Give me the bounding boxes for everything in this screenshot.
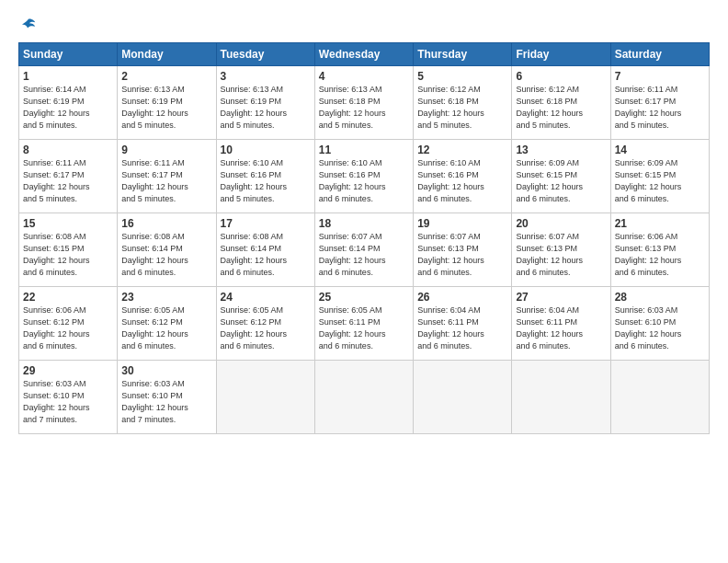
calendar-cell: 18Sunrise: 6:07 AM Sunset: 6:14 PM Dayli… xyxy=(314,213,413,287)
day-number: 10 xyxy=(221,144,311,156)
day-info: Sunrise: 6:12 AM Sunset: 6:18 PM Dayligh… xyxy=(516,84,606,132)
day-info: Sunrise: 6:08 AM Sunset: 6:14 PM Dayligh… xyxy=(121,231,211,279)
calendar-cell: 10Sunrise: 6:10 AM Sunset: 6:16 PM Dayli… xyxy=(216,140,314,213)
calendar-cell: 28Sunrise: 6:03 AM Sunset: 6:10 PM Dayli… xyxy=(610,287,709,361)
day-number: 27 xyxy=(516,291,606,304)
calendar-cell xyxy=(216,361,314,434)
day-number: 7 xyxy=(615,70,705,83)
day-info: Sunrise: 6:13 AM Sunset: 6:19 PM Dayligh… xyxy=(221,84,311,132)
weekday-header-friday: Friday xyxy=(512,43,610,66)
day-info: Sunrise: 6:10 AM Sunset: 6:16 PM Dayligh… xyxy=(319,157,409,205)
day-info: Sunrise: 6:04 AM Sunset: 6:11 PM Dayligh… xyxy=(516,304,606,352)
day-info: Sunrise: 6:14 AM Sunset: 6:19 PM Dayligh… xyxy=(23,84,113,132)
day-number: 5 xyxy=(417,70,507,83)
calendar-cell xyxy=(512,361,610,434)
day-info: Sunrise: 6:04 AM Sunset: 6:11 PM Dayligh… xyxy=(417,304,507,352)
logo-bird-icon xyxy=(20,17,37,33)
calendar-cell: 6Sunrise: 6:12 AM Sunset: 6:18 PM Daylig… xyxy=(512,66,610,140)
day-info: Sunrise: 6:03 AM Sunset: 6:10 PM Dayligh… xyxy=(615,304,705,352)
day-number: 14 xyxy=(615,144,705,156)
day-number: 25 xyxy=(319,291,409,304)
day-number: 17 xyxy=(221,217,311,230)
day-number: 18 xyxy=(319,217,409,230)
calendar-week-3: 15Sunrise: 6:08 AM Sunset: 6:15 PM Dayli… xyxy=(19,213,710,287)
day-info: Sunrise: 6:09 AM Sunset: 6:15 PM Dayligh… xyxy=(516,157,606,205)
weekday-header-wednesday: Wednesday xyxy=(314,43,413,66)
calendar-cell: 9Sunrise: 6:11 AM Sunset: 6:17 PM Daylig… xyxy=(118,140,216,213)
day-number: 29 xyxy=(23,364,113,377)
day-number: 9 xyxy=(121,144,211,156)
calendar-week-4: 22Sunrise: 6:06 AM Sunset: 6:12 PM Dayli… xyxy=(19,287,710,361)
weekday-header-thursday: Thursday xyxy=(414,43,512,66)
day-info: Sunrise: 6:07 AM Sunset: 6:14 PM Dayligh… xyxy=(319,231,409,279)
calendar-header-row: SundayMondayTuesdayWednesdayThursdayFrid… xyxy=(19,43,710,66)
day-info: Sunrise: 6:11 AM Sunset: 6:17 PM Dayligh… xyxy=(23,157,113,205)
calendar-cell xyxy=(314,361,413,434)
calendar-cell: 24Sunrise: 6:05 AM Sunset: 6:12 PM Dayli… xyxy=(216,287,314,361)
calendar-cell: 15Sunrise: 6:08 AM Sunset: 6:15 PM Dayli… xyxy=(19,213,118,287)
day-number: 20 xyxy=(516,217,606,230)
calendar-week-5: 29Sunrise: 6:03 AM Sunset: 6:10 PM Dayli… xyxy=(19,361,710,434)
day-number: 4 xyxy=(319,70,409,83)
day-number: 26 xyxy=(417,291,507,304)
calendar-cell: 16Sunrise: 6:08 AM Sunset: 6:14 PM Dayli… xyxy=(118,213,216,287)
calendar-cell xyxy=(610,361,709,434)
calendar-table: SundayMondayTuesdayWednesdayThursdayFrid… xyxy=(18,42,710,434)
day-number: 19 xyxy=(417,217,507,230)
day-number: 22 xyxy=(23,291,113,304)
day-info: Sunrise: 6:13 AM Sunset: 6:19 PM Dayligh… xyxy=(121,84,211,132)
day-number: 3 xyxy=(221,70,311,83)
day-number: 2 xyxy=(121,70,211,83)
day-number: 12 xyxy=(417,144,507,156)
logo xyxy=(18,17,37,33)
day-info: Sunrise: 6:03 AM Sunset: 6:10 PM Dayligh… xyxy=(121,378,211,426)
calendar-cell: 27Sunrise: 6:04 AM Sunset: 6:11 PM Dayli… xyxy=(512,287,610,361)
day-number: 21 xyxy=(615,217,705,230)
weekday-header-saturday: Saturday xyxy=(610,43,709,66)
calendar-cell: 26Sunrise: 6:04 AM Sunset: 6:11 PM Dayli… xyxy=(414,287,512,361)
weekday-header-tuesday: Tuesday xyxy=(216,43,314,66)
calendar-cell: 25Sunrise: 6:05 AM Sunset: 6:11 PM Dayli… xyxy=(314,287,413,361)
calendar-cell: 2Sunrise: 6:13 AM Sunset: 6:19 PM Daylig… xyxy=(118,66,216,140)
weekday-header-sunday: Sunday xyxy=(19,43,118,66)
day-info: Sunrise: 6:09 AM Sunset: 6:15 PM Dayligh… xyxy=(615,157,705,205)
page-header xyxy=(18,17,710,33)
calendar-cell: 30Sunrise: 6:03 AM Sunset: 6:10 PM Dayli… xyxy=(118,361,216,434)
day-number: 1 xyxy=(23,70,113,83)
calendar-cell: 12Sunrise: 6:10 AM Sunset: 6:16 PM Dayli… xyxy=(414,140,512,213)
calendar-cell xyxy=(414,361,512,434)
day-number: 23 xyxy=(121,291,211,304)
day-info: Sunrise: 6:05 AM Sunset: 6:11 PM Dayligh… xyxy=(319,304,409,352)
day-number: 15 xyxy=(23,217,113,230)
day-info: Sunrise: 6:07 AM Sunset: 6:13 PM Dayligh… xyxy=(417,231,507,279)
day-info: Sunrise: 6:08 AM Sunset: 6:15 PM Dayligh… xyxy=(23,231,113,279)
day-info: Sunrise: 6:11 AM Sunset: 6:17 PM Dayligh… xyxy=(121,157,211,205)
calendar-cell: 8Sunrise: 6:11 AM Sunset: 6:17 PM Daylig… xyxy=(19,140,118,213)
calendar-cell: 23Sunrise: 6:05 AM Sunset: 6:12 PM Dayli… xyxy=(118,287,216,361)
calendar-cell: 14Sunrise: 6:09 AM Sunset: 6:15 PM Dayli… xyxy=(610,140,709,213)
calendar-cell: 20Sunrise: 6:07 AM Sunset: 6:13 PM Dayli… xyxy=(512,213,610,287)
day-number: 28 xyxy=(615,291,705,304)
day-info: Sunrise: 6:05 AM Sunset: 6:12 PM Dayligh… xyxy=(221,304,311,352)
day-number: 11 xyxy=(319,144,409,156)
day-info: Sunrise: 6:03 AM Sunset: 6:10 PM Dayligh… xyxy=(23,378,113,426)
calendar-cell: 29Sunrise: 6:03 AM Sunset: 6:10 PM Dayli… xyxy=(19,361,118,434)
calendar-cell: 21Sunrise: 6:06 AM Sunset: 6:13 PM Dayli… xyxy=(610,213,709,287)
calendar-week-1: 1Sunrise: 6:14 AM Sunset: 6:19 PM Daylig… xyxy=(19,66,710,140)
calendar-cell: 19Sunrise: 6:07 AM Sunset: 6:13 PM Dayli… xyxy=(414,213,512,287)
day-info: Sunrise: 6:11 AM Sunset: 6:17 PM Dayligh… xyxy=(615,84,705,132)
calendar-cell: 13Sunrise: 6:09 AM Sunset: 6:15 PM Dayli… xyxy=(512,140,610,213)
day-number: 6 xyxy=(516,70,606,83)
day-number: 16 xyxy=(121,217,211,230)
calendar-cell: 7Sunrise: 6:11 AM Sunset: 6:17 PM Daylig… xyxy=(610,66,709,140)
day-number: 8 xyxy=(23,144,113,156)
calendar-cell: 17Sunrise: 6:08 AM Sunset: 6:14 PM Dayli… xyxy=(216,213,314,287)
day-info: Sunrise: 6:13 AM Sunset: 6:18 PM Dayligh… xyxy=(319,84,409,132)
day-info: Sunrise: 6:06 AM Sunset: 6:12 PM Dayligh… xyxy=(23,304,113,352)
calendar-cell: 1Sunrise: 6:14 AM Sunset: 6:19 PM Daylig… xyxy=(19,66,118,140)
day-info: Sunrise: 6:12 AM Sunset: 6:18 PM Dayligh… xyxy=(417,84,507,132)
calendar-cell: 3Sunrise: 6:13 AM Sunset: 6:19 PM Daylig… xyxy=(216,66,314,140)
day-info: Sunrise: 6:05 AM Sunset: 6:12 PM Dayligh… xyxy=(121,304,211,352)
weekday-header-monday: Monday xyxy=(118,43,216,66)
day-number: 30 xyxy=(121,364,211,377)
